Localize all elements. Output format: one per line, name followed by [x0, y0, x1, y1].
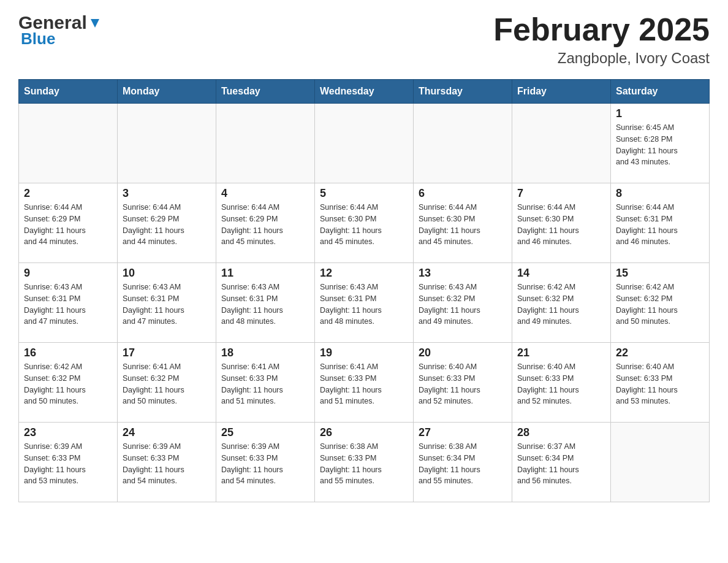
day-info: Sunrise: 6:45 AM Sunset: 6:28 PM Dayligh… — [616, 122, 704, 168]
header-wednesday: Wednesday — [315, 80, 414, 104]
day-cell: 6Sunrise: 6:44 AM Sunset: 6:30 PM Daylig… — [414, 183, 512, 263]
day-cell — [19, 104, 118, 183]
day-number: 20 — [419, 347, 507, 359]
day-cell: 1Sunrise: 6:45 AM Sunset: 6:28 PM Daylig… — [611, 104, 710, 183]
day-number: 18 — [221, 347, 309, 359]
calendar-table: Sunday Monday Tuesday Wednesday Thursday… — [18, 79, 710, 502]
day-cell: 3Sunrise: 6:44 AM Sunset: 6:29 PM Daylig… — [118, 183, 216, 263]
day-info: Sunrise: 6:43 AM Sunset: 6:31 PM Dayligh… — [24, 282, 112, 327]
day-number: 15 — [616, 267, 704, 280]
day-info: Sunrise: 6:44 AM Sunset: 6:31 PM Dayligh… — [616, 202, 704, 248]
week-row-1: 2Sunrise: 6:44 AM Sunset: 6:29 PM Daylig… — [19, 183, 710, 263]
day-cell: 13Sunrise: 6:43 AM Sunset: 6:32 PM Dayli… — [414, 263, 512, 343]
day-number: 9 — [24, 267, 112, 280]
day-number: 25 — [221, 426, 309, 439]
day-number: 6 — [419, 187, 507, 200]
day-number: 2 — [24, 187, 112, 200]
day-info: Sunrise: 6:43 AM Sunset: 6:31 PM Dayligh… — [123, 282, 211, 327]
day-number: 14 — [517, 267, 605, 280]
header-row: Sunday Monday Tuesday Wednesday Thursday… — [19, 80, 710, 104]
day-info: Sunrise: 6:44 AM Sunset: 6:30 PM Dayligh… — [517, 202, 605, 248]
day-cell: 7Sunrise: 6:44 AM Sunset: 6:30 PM Daylig… — [512, 183, 611, 263]
day-cell — [118, 104, 216, 183]
day-number: 11 — [221, 267, 309, 280]
day-number: 10 — [123, 267, 211, 280]
day-info: Sunrise: 6:43 AM Sunset: 6:31 PM Dayligh… — [320, 282, 408, 327]
day-info: Sunrise: 6:42 AM Sunset: 6:32 PM Dayligh… — [24, 361, 112, 407]
week-row-3: 16Sunrise: 6:42 AM Sunset: 6:32 PM Dayli… — [19, 343, 710, 423]
header-friday: Friday — [512, 80, 611, 104]
day-info: Sunrise: 6:44 AM Sunset: 6:30 PM Dayligh… — [419, 202, 507, 248]
day-cell: 22Sunrise: 6:40 AM Sunset: 6:33 PM Dayli… — [611, 343, 710, 423]
day-info: Sunrise: 6:41 AM Sunset: 6:33 PM Dayligh… — [221, 361, 309, 407]
day-number: 26 — [320, 426, 408, 439]
day-info: Sunrise: 6:42 AM Sunset: 6:32 PM Dayligh… — [517, 282, 605, 327]
day-cell: 5Sunrise: 6:44 AM Sunset: 6:30 PM Daylig… — [315, 183, 414, 263]
day-cell: 25Sunrise: 6:39 AM Sunset: 6:33 PM Dayli… — [216, 423, 315, 502]
day-info: Sunrise: 6:44 AM Sunset: 6:29 PM Dayligh… — [123, 202, 211, 248]
day-info: Sunrise: 6:42 AM Sunset: 6:32 PM Dayligh… — [616, 282, 704, 327]
day-cell: 11Sunrise: 6:43 AM Sunset: 6:31 PM Dayli… — [216, 263, 315, 343]
page-header: General Blue February 2025 Zangbople, Iv… — [18, 12, 710, 67]
day-cell: 28Sunrise: 6:37 AM Sunset: 6:34 PM Dayli… — [512, 423, 611, 502]
logo: General Blue — [18, 12, 102, 48]
day-cell: 14Sunrise: 6:42 AM Sunset: 6:32 PM Dayli… — [512, 263, 611, 343]
day-info: Sunrise: 6:39 AM Sunset: 6:33 PM Dayligh… — [221, 441, 309, 487]
day-cell: 24Sunrise: 6:39 AM Sunset: 6:33 PM Dayli… — [118, 423, 216, 502]
day-cell: 17Sunrise: 6:41 AM Sunset: 6:32 PM Dayli… — [118, 343, 216, 423]
day-cell: 21Sunrise: 6:40 AM Sunset: 6:33 PM Dayli… — [512, 343, 611, 423]
day-cell: 2Sunrise: 6:44 AM Sunset: 6:29 PM Daylig… — [19, 183, 118, 263]
header-sunday: Sunday — [19, 80, 118, 104]
day-info: Sunrise: 6:41 AM Sunset: 6:32 PM Dayligh… — [123, 361, 211, 407]
day-number: 16 — [24, 347, 112, 359]
day-cell: 18Sunrise: 6:41 AM Sunset: 6:33 PM Dayli… — [216, 343, 315, 423]
calendar-header: Sunday Monday Tuesday Wednesday Thursday… — [19, 80, 710, 104]
day-info: Sunrise: 6:43 AM Sunset: 6:32 PM Dayligh… — [419, 282, 507, 327]
day-number: 23 — [24, 426, 112, 439]
day-info: Sunrise: 6:38 AM Sunset: 6:34 PM Dayligh… — [419, 441, 507, 487]
day-cell: 12Sunrise: 6:43 AM Sunset: 6:31 PM Dayli… — [315, 263, 414, 343]
day-info: Sunrise: 6:38 AM Sunset: 6:33 PM Dayligh… — [320, 441, 408, 487]
day-cell — [611, 423, 710, 502]
calendar-subtitle: Zangbople, Ivory Coast — [493, 50, 710, 67]
day-info: Sunrise: 6:40 AM Sunset: 6:33 PM Dayligh… — [616, 361, 704, 407]
header-thursday: Thursday — [414, 80, 512, 104]
day-cell — [512, 104, 611, 183]
header-tuesday: Tuesday — [216, 80, 315, 104]
day-cell: 16Sunrise: 6:42 AM Sunset: 6:32 PM Dayli… — [19, 343, 118, 423]
header-saturday: Saturday — [611, 80, 710, 104]
day-number: 12 — [320, 267, 408, 280]
day-number: 8 — [616, 187, 704, 200]
calendar-body: 1Sunrise: 6:45 AM Sunset: 6:28 PM Daylig… — [19, 104, 710, 502]
day-info: Sunrise: 6:39 AM Sunset: 6:33 PM Dayligh… — [123, 441, 211, 487]
day-info: Sunrise: 6:41 AM Sunset: 6:33 PM Dayligh… — [320, 361, 408, 407]
logo-arrow-icon — [88, 17, 102, 30]
day-info: Sunrise: 6:44 AM Sunset: 6:30 PM Dayligh… — [320, 202, 408, 248]
day-cell: 19Sunrise: 6:41 AM Sunset: 6:33 PM Dayli… — [315, 343, 414, 423]
day-cell: 9Sunrise: 6:43 AM Sunset: 6:31 PM Daylig… — [19, 263, 118, 343]
day-cell: 20Sunrise: 6:40 AM Sunset: 6:33 PM Dayli… — [414, 343, 512, 423]
day-number: 24 — [123, 426, 211, 439]
day-info: Sunrise: 6:39 AM Sunset: 6:33 PM Dayligh… — [24, 441, 112, 487]
day-cell: 27Sunrise: 6:38 AM Sunset: 6:34 PM Dayli… — [414, 423, 512, 502]
week-row-0: 1Sunrise: 6:45 AM Sunset: 6:28 PM Daylig… — [19, 104, 710, 183]
day-info: Sunrise: 6:43 AM Sunset: 6:31 PM Dayligh… — [221, 282, 309, 327]
day-cell: 15Sunrise: 6:42 AM Sunset: 6:32 PM Dayli… — [611, 263, 710, 343]
day-cell — [414, 104, 512, 183]
header-monday: Monday — [118, 80, 216, 104]
day-cell — [216, 104, 315, 183]
day-number: 13 — [419, 267, 507, 280]
day-number: 17 — [123, 347, 211, 359]
day-number: 5 — [320, 187, 408, 200]
day-number: 22 — [616, 347, 704, 359]
day-cell — [315, 104, 414, 183]
day-number: 3 — [123, 187, 211, 200]
day-number: 7 — [517, 187, 605, 200]
day-cell: 23Sunrise: 6:39 AM Sunset: 6:33 PM Dayli… — [19, 423, 118, 502]
day-number: 4 — [221, 187, 309, 200]
day-cell: 8Sunrise: 6:44 AM Sunset: 6:31 PM Daylig… — [611, 183, 710, 263]
calendar-title-block: February 2025 Zangbople, Ivory Coast — [493, 12, 710, 67]
day-info: Sunrise: 6:40 AM Sunset: 6:33 PM Dayligh… — [517, 361, 605, 407]
day-number: 28 — [517, 426, 605, 439]
day-cell: 10Sunrise: 6:43 AM Sunset: 6:31 PM Dayli… — [118, 263, 216, 343]
